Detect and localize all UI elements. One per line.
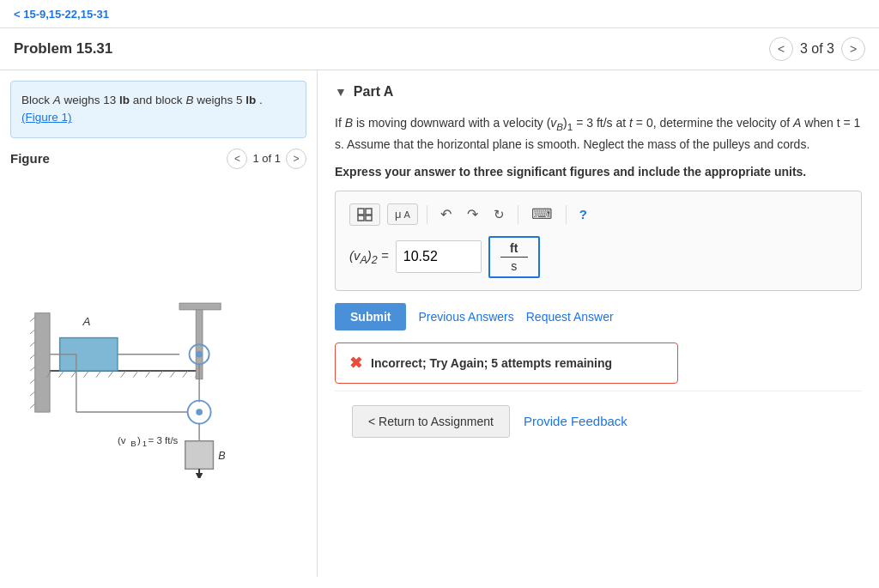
svg-line-20 (170, 371, 175, 378)
instruction-text: Express your answer to three significant… (335, 165, 862, 179)
svg-point-32 (196, 409, 203, 415)
refresh-button[interactable]: ↻ (489, 205, 509, 224)
problem-description: Block A weighs 13 lb and block B weighs … (10, 81, 306, 138)
undo-button[interactable]: ↶ (436, 204, 456, 224)
svg-rect-50 (366, 215, 372, 221)
prev-page-button[interactable]: < (769, 37, 793, 61)
toolbar-divider (427, 205, 427, 224)
matrix-button[interactable] (349, 203, 380, 226)
back-link[interactable]: < 15-9,15-22,15-31 (14, 8, 109, 21)
figure-image: A (10, 176, 306, 567)
figure-next-button[interactable]: > (286, 149, 306, 169)
pagination: < 3 of 3 > (769, 37, 865, 61)
svg-rect-0 (34, 313, 49, 412)
svg-rect-49 (358, 215, 364, 221)
svg-line-7 (30, 391, 35, 397)
action-row: Submit Previous Answers Request Answer (335, 303, 862, 330)
svg-text:B: B (130, 439, 136, 448)
mu-button[interactable]: μA (387, 203, 418, 225)
answer-input[interactable] (396, 240, 482, 273)
unit-denominator: s (500, 259, 528, 273)
toolbar: μA ↶ ↷ ↻ ⌨ ? (349, 203, 847, 226)
svg-rect-37 (185, 441, 213, 470)
svg-line-1 (30, 318, 35, 324)
svg-line-13 (83, 371, 88, 378)
answer-row: (vA)2 = ft s (349, 236, 847, 278)
error-box: ✖ Incorrect; Try Again; 5 attempts remai… (335, 342, 678, 384)
svg-line-18 (145, 371, 150, 378)
svg-text:(v: (v (117, 435, 125, 446)
svg-text:A: A (82, 315, 90, 328)
unit-box[interactable]: ft s (488, 236, 540, 278)
svg-rect-47 (358, 209, 364, 215)
error-icon: ✖ (349, 354, 362, 373)
unit-numerator: ft (500, 241, 528, 258)
page-label: 3 of 3 (800, 41, 834, 57)
figure-nav-label: 1 of 1 (252, 152, 281, 165)
svg-line-19 (158, 371, 163, 378)
svg-line-16 (120, 371, 125, 378)
redo-button[interactable]: ↷ (463, 204, 482, 224)
toolbar-divider-3 (566, 205, 567, 224)
previous-answers-link[interactable]: Previous Answers (418, 310, 513, 324)
error-text: Incorrect; Try Again; 5 attempts remaini… (371, 356, 612, 370)
svg-line-11 (58, 371, 64, 378)
figure-pagination: < 1 of 1 > (227, 149, 306, 169)
problem-title: Problem 15.31 (14, 40, 112, 58)
problem-text: If B is moving downward with a velocity … (335, 113, 862, 155)
return-button[interactable]: < Return to Assignment (352, 405, 510, 438)
svg-line-15 (108, 371, 113, 378)
figure-link[interactable]: (Figure 1) (21, 111, 72, 124)
next-page-button[interactable]: > (841, 37, 865, 61)
svg-line-6 (30, 379, 35, 385)
figure-prev-button[interactable]: < (227, 149, 247, 169)
svg-text:1: 1 (142, 439, 146, 448)
figure-title: Figure (10, 151, 50, 166)
svg-rect-27 (179, 303, 221, 310)
part-arrow[interactable]: ▼ (335, 85, 347, 99)
svg-line-12 (71, 371, 76, 378)
svg-line-14 (95, 371, 100, 378)
help-button[interactable]: ? (575, 205, 591, 223)
answer-box: μA ↶ ↷ ↻ ⌨ ? (vA)2 = ft s (335, 191, 862, 291)
svg-point-29 (196, 351, 203, 358)
svg-text:): ) (137, 435, 141, 446)
request-answer-link[interactable]: Request Answer (526, 310, 614, 324)
svg-line-3 (30, 342, 35, 349)
svg-line-2 (30, 330, 35, 336)
svg-line-21 (182, 371, 187, 378)
svg-text:= 3 ft/s: = 3 ft/s (148, 435, 178, 446)
svg-line-17 (133, 371, 138, 378)
submit-button[interactable]: Submit (335, 303, 406, 330)
bottom-actions: < Return to Assignment Provide Feedback (335, 391, 862, 452)
svg-line-8 (30, 404, 35, 410)
feedback-link[interactable]: Provide Feedback (524, 414, 627, 428)
svg-line-4 (30, 355, 35, 361)
svg-rect-48 (366, 209, 372, 215)
svg-line-5 (30, 367, 35, 373)
part-label: Part A (354, 84, 394, 100)
svg-text:B: B (218, 450, 225, 462)
toolbar-divider-2 (518, 205, 518, 224)
keyboard-button[interactable]: ⌨ (527, 203, 557, 225)
answer-label: (vA)2 = (349, 248, 389, 266)
